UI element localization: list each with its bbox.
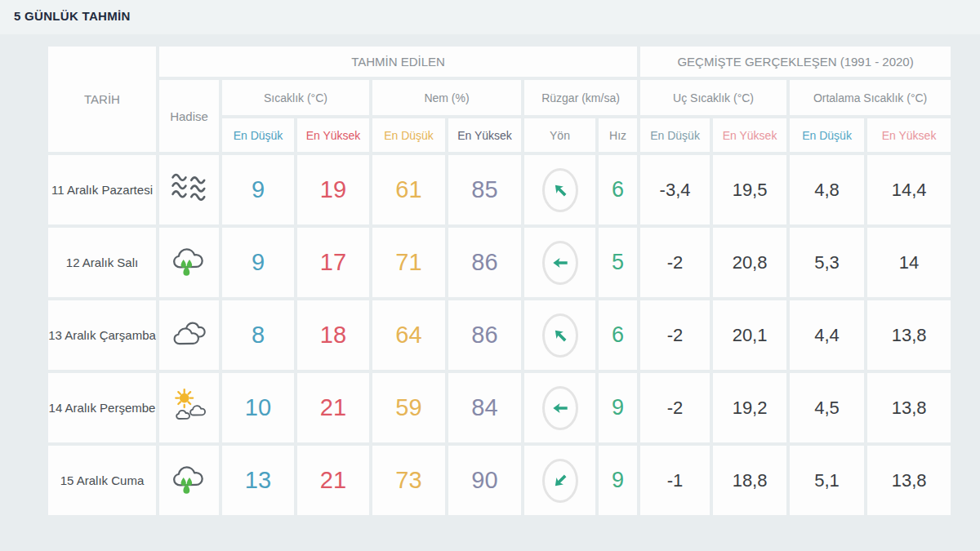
wind-speed-cell: 9	[599, 373, 637, 442]
date-cell: 11 Aralık Pazartesi	[48, 155, 156, 224]
table-row: 15 Aralık Cuma	[48, 446, 951, 515]
hist-average-min-cell: 4,8	[790, 155, 864, 224]
top-band	[0, 0, 980, 34]
wind-direction-cell	[524, 373, 595, 442]
hist-average-min-cell: 4,4	[790, 300, 864, 370]
temp-max-cell: 18	[297, 300, 369, 370]
hist-extreme-min-cell: -2	[640, 373, 710, 442]
group-header-temperature: Sıcaklık (°C)	[222, 80, 369, 115]
group-header-historical: GEÇMİŞTE GERÇEKLEŞEN (1991 - 2020)	[640, 47, 951, 77]
subheader-hist-extreme-min: En Düşük	[640, 118, 710, 152]
humidity-max-cell: 84	[448, 373, 521, 442]
hist-extreme-min-cell: -3,4	[640, 155, 710, 224]
weather-icon	[168, 169, 211, 208]
humidity-min-cell: 61	[372, 155, 445, 224]
weather-icon	[168, 314, 211, 353]
date-cell: 15 Aralık Cuma	[48, 446, 156, 515]
humidity-min-cell: 71	[372, 228, 445, 297]
weather-condition-cell	[159, 155, 219, 224]
forecast-table: TARİH TAHMİN EDİLEN GEÇMİŞTE GERÇEKLEŞEN…	[45, 43, 954, 518]
temp-min-cell: 9	[222, 228, 294, 297]
subheader-humidity-min: En Düşük	[372, 118, 445, 152]
subheader-hist-average-min: En Düşük	[790, 118, 864, 152]
humidity-min-cell: 64	[372, 300, 445, 370]
column-header-hadise: Hadise	[159, 80, 219, 152]
hist-average-max-cell: 13,8	[867, 373, 951, 442]
humidity-max-cell: 86	[448, 228, 521, 297]
temp-min-cell: 10	[222, 373, 294, 442]
table-row: 14 Aralık Perşembe	[48, 373, 951, 442]
wind-direction-cell	[524, 446, 595, 515]
hist-extreme-max-cell: 18,8	[713, 446, 786, 515]
wind-direction-cell	[524, 228, 595, 297]
date-cell: 12 Aralık Salı	[48, 228, 156, 297]
wind-speed-cell: 6	[599, 300, 637, 370]
subheader-wind-direction: Yön	[524, 118, 595, 152]
temp-max-cell: 21	[297, 373, 369, 442]
hist-average-max-cell: 13,8	[867, 300, 951, 370]
weather-icon	[168, 387, 211, 426]
wind-direction-icon	[542, 241, 578, 285]
weather-condition-cell	[159, 446, 219, 515]
group-header-wind: Rüzgar (km/sa)	[524, 80, 637, 115]
wind-direction-icon	[542, 459, 578, 503]
temp-max-cell: 17	[297, 228, 369, 297]
weather-condition-cell	[159, 373, 219, 442]
humidity-max-cell: 86	[448, 300, 521, 370]
wind-speed-cell: 5	[599, 228, 637, 297]
hist-extreme-min-cell: -1	[640, 446, 710, 515]
humidity-max-cell: 90	[448, 446, 521, 515]
hist-average-max-cell: 14,4	[867, 155, 951, 224]
wind-direction-icon	[542, 168, 578, 212]
table-row: 11 Aralık Pazartesi	[48, 155, 951, 224]
group-header-average-temp: Ortalama Sıcaklık (°C)	[790, 80, 951, 115]
weather-condition-cell	[159, 228, 219, 297]
hist-average-max-cell: 13,8	[867, 446, 951, 515]
weather-forecast-page: 5 GÜNLÜK TAHMİN TARİH TAHMİN EDİLEN GEÇM…	[0, 0, 980, 551]
wind-speed-cell: 9	[599, 446, 637, 515]
hist-average-min-cell: 5,3	[790, 228, 864, 297]
hist-average-max-cell: 14	[867, 228, 951, 297]
wind-direction-cell	[524, 155, 595, 224]
humidity-min-cell: 59	[372, 373, 445, 442]
subheader-humidity-max: En Yüksek	[448, 118, 521, 152]
wind-direction-icon	[542, 313, 578, 358]
hist-extreme-min-cell: -2	[640, 228, 710, 297]
hist-extreme-max-cell: 19,5	[713, 155, 786, 224]
subheader-temp-max: En Yüksek	[297, 118, 369, 152]
temp-max-cell: 19	[297, 155, 369, 224]
hist-extreme-max-cell: 20,1	[713, 300, 786, 370]
weather-icon	[168, 242, 211, 281]
subheader-hist-average-max: En Yüksek	[867, 118, 951, 152]
temp-max-cell: 21	[297, 446, 369, 515]
hist-average-min-cell: 4,5	[790, 373, 864, 442]
humidity-max-cell: 85	[448, 155, 521, 224]
temp-min-cell: 13	[222, 446, 294, 515]
humidity-min-cell: 73	[372, 446, 445, 515]
group-header-humidity: Nem (%)	[372, 80, 521, 115]
weather-icon	[168, 460, 211, 499]
table-row: 13 Aralık Çarşamba	[48, 300, 951, 370]
temp-min-cell: 8	[222, 300, 294, 370]
hist-extreme-max-cell: 20,8	[713, 228, 786, 297]
group-header-predicted: TAHMİN EDİLEN	[159, 47, 637, 77]
date-cell: 14 Aralık Perşembe	[48, 373, 156, 442]
hist-average-min-cell: 5,1	[790, 446, 864, 515]
temp-min-cell: 9	[222, 155, 294, 224]
page-title: 5 GÜNLÜK TAHMİN	[14, 9, 131, 23]
subheader-hist-extreme-max: En Yüksek	[713, 118, 786, 152]
subheader-wind-speed: Hız	[599, 118, 637, 152]
hist-extreme-min-cell: -2	[640, 300, 710, 370]
group-header-extreme-temp: Uç Sıcaklık (°C)	[640, 80, 786, 115]
subheader-temp-min: En Düşük	[222, 118, 294, 152]
weather-condition-cell	[159, 300, 219, 370]
wind-direction-icon	[542, 386, 578, 430]
table-row: 12 Aralık Salı	[48, 228, 951, 297]
wind-direction-cell	[524, 300, 595, 370]
column-header-tarih: TARİH	[48, 47, 156, 152]
hist-extreme-max-cell: 19,2	[713, 373, 786, 442]
date-cell: 13 Aralık Çarşamba	[48, 300, 156, 370]
wind-speed-cell: 6	[599, 155, 637, 224]
